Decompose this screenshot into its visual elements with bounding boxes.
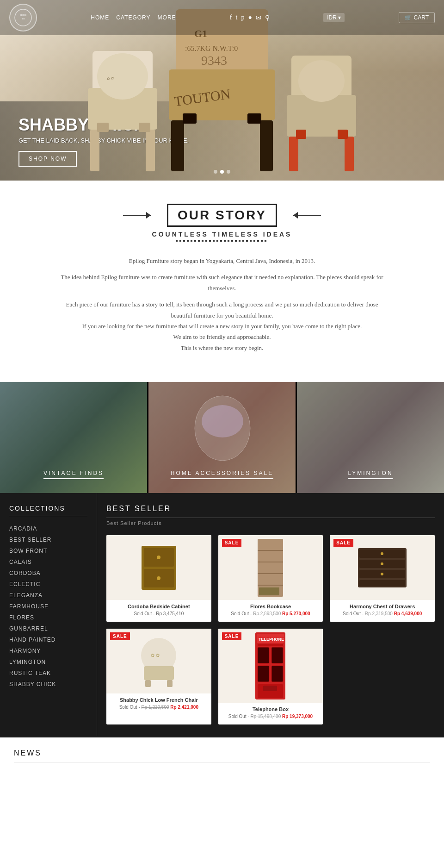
facebook-icon[interactable]: f	[230, 14, 232, 21]
svg-rect-15	[183, 113, 197, 124]
svg-rect-7	[97, 123, 109, 132]
sidebar-item-eleganza[interactable]: ELEGANZA	[9, 590, 87, 601]
product-telephone-name: Telephone Box	[223, 706, 319, 712]
svg-text:TELEPHONE: TELEPHONE	[259, 637, 284, 642]
best-seller-title: BEST SELLER	[106, 505, 435, 518]
sidebar-item-rustic-teak[interactable]: RUSTIC TEAK	[9, 668, 87, 679]
email-icon[interactable]: ✉	[256, 14, 261, 22]
svg-rect-49	[359, 580, 405, 587]
svg-rect-55	[144, 666, 174, 680]
svg-point-9	[97, 53, 148, 100]
news-title: NEWS	[14, 749, 430, 762]
currency-selector[interactable]: IDR ▾	[323, 13, 345, 22]
chair-old-price: Rp 1,210,500	[142, 705, 169, 710]
product-cordoba[interactable]: Cordoba Bedside Cabinet Sold Out - Rp 3,…	[106, 535, 211, 622]
sidebar-item-shabby-chick[interactable]: SHABBY CHICK	[9, 679, 87, 690]
svg-text:epilog: epilog	[20, 13, 26, 16]
svg-text:9343: 9343	[201, 53, 227, 68]
cart-button[interactable]: 🛒 CART	[399, 12, 435, 23]
search-icon[interactable]: ⚲	[265, 14, 270, 22]
product-chair-name: Shabby Chick Low French Chair	[111, 697, 207, 703]
bookcase-icon	[255, 539, 285, 597]
cabinet-icon	[139, 543, 179, 592]
product-shabby-chair[interactable]: SALE ✿ ✿ Shabby Chick Low French Chair S…	[106, 629, 211, 724]
product-harmony[interactable]: SALE Harmony Chest of Drawers	[330, 535, 435, 622]
svg-rect-61	[258, 644, 283, 646]
nav-category[interactable]: CATEGORY	[116, 14, 150, 21]
sidebar-item-flores[interactable]: FLORES	[9, 612, 87, 623]
nav-more[interactable]: MORE	[158, 14, 176, 21]
sidebar-item-calais[interactable]: CALAIS	[9, 556, 87, 568]
chair-new-price: Rp 2,421,000	[170, 705, 198, 710]
sidebar-item-hand-painted[interactable]: HAND PAINTED	[9, 634, 87, 645]
flores-sale-badge: SALE	[222, 539, 242, 547]
sidebar-item-farmhouse[interactable]: FARMHOUSE	[9, 601, 87, 612]
categories-section: VINTAGE FINDS HOME ACCESSORIES SALE LYMI…	[0, 382, 444, 493]
svg-point-37	[157, 556, 160, 559]
product-telephone[interactable]: SALE TELEPHONE	[218, 629, 323, 724]
sidebar-item-harmony[interactable]: HARMONY	[9, 645, 87, 656]
pinterest-icon[interactable]: p	[241, 14, 244, 21]
sidebar-item-cordoba[interactable]: CORDOBA	[9, 568, 87, 579]
sidebar-item-gunbarrel[interactable]: GUNBARREL	[9, 623, 87, 634]
svg-marker-31	[293, 212, 298, 219]
harmony-new-price: Rp 4,639,000	[394, 611, 422, 616]
sidebar-item-bow-front[interactable]: BOW FRONT	[9, 545, 87, 556]
sidebar-item-arcadia[interactable]: ARCADIA	[9, 523, 87, 534]
harmony-old-price: Rp 2,319,500	[365, 611, 393, 616]
svg-rect-44	[259, 587, 279, 595]
sidebar-item-eclectic[interactable]: ECLECTIC	[9, 579, 87, 590]
chair-right-icon	[278, 32, 365, 181]
svg-point-27	[298, 60, 345, 102]
svg-rect-56	[145, 680, 151, 687]
banner-left-icon	[123, 208, 160, 222]
product-harmony-status: Sold Out - Rp 2,319,500 Rp 4,639,000	[334, 611, 430, 616]
svg-rect-62	[258, 647, 269, 663]
product-harmony-name: Harmony Chest of Drawers	[334, 604, 430, 609]
chest-icon	[356, 546, 409, 590]
shop-now-button[interactable]: SHOP NOW	[18, 151, 77, 167]
product-flores-info: Flores Bookcase Sold Out - Rp 2,898,500 …	[218, 600, 323, 622]
svg-rect-5	[90, 130, 99, 171]
svg-rect-57	[167, 680, 173, 687]
flores-new-price: Rp 5,270,000	[282, 611, 310, 616]
product-cordoba-image	[106, 535, 211, 600]
svg-rect-23	[289, 137, 298, 171]
product-harmony-info: Harmony Chest of Drawers Sold Out - Rp 2…	[330, 600, 435, 622]
svg-rect-63	[271, 647, 283, 663]
story-para-1: Epilog Furniture story began in Yogyakar…	[60, 256, 384, 266]
products-row-1: Cordoba Bedside Cabinet Sold Out - Rp 3,…	[106, 535, 435, 622]
svg-rect-14	[260, 120, 273, 171]
svg-text:✿ ✿: ✿ ✿	[151, 653, 160, 658]
category-accessories-label: HOME ACCESSORIES SALE	[171, 470, 273, 479]
banner-right-icon	[284, 208, 321, 222]
sidebar-item-best-seller[interactable]: BEST SELLER	[9, 534, 87, 545]
social-icons: f t p ● ✉ ⚲	[230, 14, 270, 22]
svg-point-38	[157, 576, 160, 580]
svg-rect-26	[338, 130, 348, 139]
twitter-icon[interactable]: t	[236, 14, 238, 21]
category-lymington[interactable]: LYMINGTON	[296, 382, 444, 493]
svg-rect-8	[139, 123, 150, 132]
sidebar-item-lymington[interactable]: LYMINGTON	[9, 656, 87, 668]
telephone-sale-badge: SALE	[222, 632, 242, 640]
svg-point-52	[381, 573, 383, 575]
product-flores[interactable]: SALE Flores Bookcase Sold Out -	[218, 535, 323, 622]
chair-left-icon: ✿ ✿	[79, 23, 166, 181]
french-chair-icon: ✿ ✿	[137, 635, 181, 688]
svg-point-51	[381, 562, 383, 565]
instagram-icon[interactable]: ●	[248, 14, 252, 21]
category-home-accessories[interactable]: HOME ACCESSORIES SALE	[147, 382, 296, 493]
collections-title: COLLECTIONS	[9, 505, 87, 516]
site-logo[interactable]: epilog .co	[9, 4, 37, 31]
flores-old-price: Rp 2,898,500	[253, 611, 281, 616]
nav-home[interactable]: HOME	[91, 14, 109, 21]
category-vintage-finds[interactable]: VINTAGE FINDS	[0, 382, 147, 493]
svg-rect-65	[271, 666, 283, 682]
product-flores-name: Flores Bookcase	[223, 604, 319, 609]
story-underline	[176, 240, 268, 242]
our-story-section: OUR STORY COUNTLESS TIMELESS IDEAS Epilo…	[0, 181, 444, 382]
svg-rect-13	[171, 120, 184, 171]
story-title: OUR STORY	[167, 204, 277, 227]
sidebar: COLLECTIONS ARCADIA BEST SELLER BOW FRON…	[0, 493, 97, 736]
